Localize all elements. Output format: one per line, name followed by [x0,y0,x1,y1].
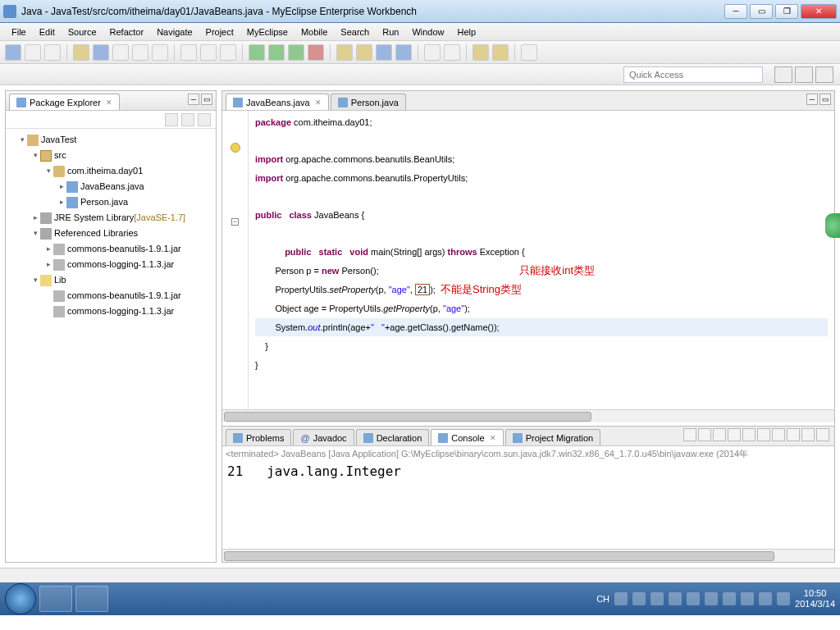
menu-window[interactable]: Window [405,25,450,39]
quick-access-input[interactable] [623,66,763,83]
editor-tab-javabeans[interactable]: JavaBeans.java ✕ [226,94,329,110]
console-tool[interactable] [713,428,726,441]
minimize-button[interactable]: ─ [724,4,747,19]
menu-file[interactable]: File [5,25,33,39]
code-editor[interactable]: − package com.itheima.day01; import org.… [222,111,834,409]
tab-javadoc[interactable]: @ Javadoc [293,429,354,445]
minimize-view-button[interactable] [801,428,815,441]
tool-button[interactable] [200,44,217,61]
ime-indicator[interactable]: CH [596,594,609,604]
start-button[interactable] [5,583,36,614]
tool-button[interactable] [376,44,392,61]
tab-problems[interactable]: Problems [226,429,291,445]
tool-button[interactable] [444,44,460,61]
nav-fwd-button[interactable] [492,44,509,61]
side-handle[interactable] [825,213,840,238]
tool-button[interactable] [132,44,148,61]
tool-button[interactable] [521,44,537,61]
taskbar-app[interactable] [75,586,108,612]
system-clock[interactable]: 10:502014/3/14 [795,588,835,609]
fold-icon[interactable]: − [231,218,239,226]
tool-button[interactable] [395,44,412,61]
windows-taskbar: CH 10:502014/3/14 [0,582,840,615]
editor-hscroll[interactable] [222,409,834,422]
tool-button[interactable] [180,44,197,61]
console-view[interactable]: <terminated> JavaBeans [Java Application… [222,446,834,549]
tab-declaration[interactable]: Declaration [356,429,430,445]
close-icon[interactable]: ✕ [490,434,496,442]
menu-refactor[interactable]: Refactor [103,25,151,39]
tray-icon[interactable] [651,592,664,605]
editor-tab-person[interactable]: Person.java [331,94,406,110]
saveall-button[interactable] [44,44,61,61]
tool-button[interactable] [336,44,353,61]
console-hscroll[interactable] [222,549,834,562]
maximize-view-button[interactable]: ▭ [201,94,212,105]
maximize-button[interactable]: ❐ [775,4,798,19]
maximize-editor-button[interactable]: ▭ [819,94,831,105]
close-icon[interactable]: ✕ [106,98,112,107]
tray-icon[interactable] [669,592,682,605]
code-text[interactable]: package com.itheima.day01; import org.ap… [249,111,834,409]
menu-mobile[interactable]: Mobile [294,25,334,39]
collapse-all-button[interactable] [165,113,178,126]
tool-button[interactable] [356,44,372,61]
tool-button[interactable] [220,44,236,61]
perspective-myeclipse[interactable] [815,66,833,83]
editor-gutter[interactable]: − [222,111,249,409]
close-button[interactable]: ✕ [801,4,837,19]
menu-navigate[interactable]: Navigate [150,25,199,39]
new-button[interactable] [5,44,21,61]
perspective-switcher[interactable] [774,66,792,83]
run-last-button[interactable] [288,44,304,61]
console-tool[interactable] [683,428,696,441]
restore-button[interactable]: ▭ [750,4,773,19]
menu-myeclipse[interactable]: MyEclipse [240,25,294,39]
minimize-view-button[interactable]: ─ [188,94,199,105]
volume-icon[interactable] [777,592,790,605]
menu-help[interactable]: Help [451,25,483,39]
tool-button[interactable] [152,44,168,61]
menu-project[interactable]: Project [199,25,240,39]
tool-button[interactable] [73,44,89,61]
save-button[interactable] [25,44,41,61]
tray-icon[interactable] [687,592,700,605]
console-tool[interactable] [742,428,756,441]
tray-icon[interactable] [741,592,754,605]
menu-run[interactable]: Run [376,25,405,39]
jar-icon [53,306,65,317]
console-tool[interactable] [757,428,770,441]
taskbar-app[interactable] [39,586,72,612]
project-tree[interactable]: ▾JavaTest ▾src ▾com.itheima.day01 ▸JavaB… [6,129,216,562]
tool-button[interactable] [93,44,109,61]
console-tool[interactable] [728,428,741,441]
tab-console[interactable]: Console✕ [431,429,503,445]
debug-button[interactable] [249,44,265,61]
perspective-java[interactable] [795,66,813,83]
console-tool[interactable] [772,428,785,441]
run-button[interactable] [268,44,285,61]
tab-project-migration[interactable]: Project Migration [505,429,601,445]
minimize-editor-button[interactable]: ─ [806,94,818,105]
close-icon[interactable]: ✕ [315,98,322,107]
coverage-button[interactable] [308,44,324,61]
warning-icon[interactable] [231,143,240,153]
tool-button[interactable] [112,44,129,61]
tray-icon[interactable] [759,592,772,605]
tool-button[interactable] [424,44,441,61]
tray-icon[interactable] [705,592,718,605]
menu-search[interactable]: Search [334,25,376,39]
tray-icon[interactable] [632,592,646,605]
menu-source[interactable]: Source [62,25,103,39]
tray-icon[interactable] [723,592,736,605]
tray-icon[interactable] [614,592,628,605]
maximize-view-button[interactable] [816,428,829,441]
view-menu-button[interactable] [198,113,211,126]
console-tool[interactable] [698,428,711,441]
console-tool[interactable] [787,428,800,441]
menu-edit[interactable]: Edit [33,25,62,39]
workspace: Package Explorer ✕ ─ ▭ ▾JavaTest ▾src ▾c… [0,85,840,568]
link-editor-button[interactable] [181,113,194,126]
package-explorer-tab[interactable]: Package Explorer ✕ [9,94,120,110]
nav-back-button[interactable] [472,44,489,61]
